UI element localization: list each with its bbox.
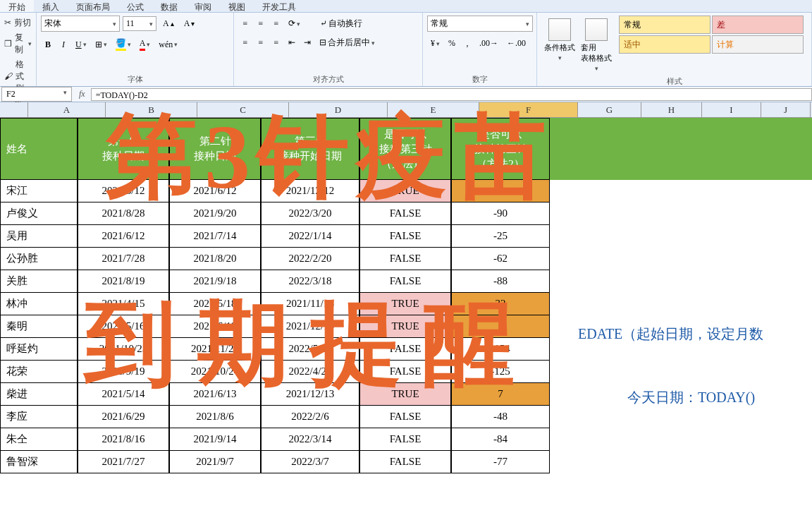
cell[interactable]: 2021/8/20 — [169, 248, 261, 270]
currency-button[interactable]: ¥▾ — [427, 36, 443, 51]
number-format-select[interactable]: 常规▾ — [427, 16, 533, 32]
table-row[interactable]: 宋江2021/5/122021/6/122021/12/12TRUE8 — [0, 180, 812, 202]
table-row[interactable]: 朱仝2021/8/162021/9/142022/3/14FALSE-84 — [0, 428, 812, 451]
cell[interactable]: -62 — [451, 248, 550, 270]
cell[interactable]: 2021/9/20 — [169, 202, 261, 225]
col-header-j[interactable]: J — [761, 102, 811, 117]
cell[interactable]: FALSE — [359, 361, 451, 383]
border-button[interactable]: ⊞▾ — [92, 36, 111, 53]
cell[interactable]: 吴用 — [0, 225, 78, 248]
tab-insert[interactable]: 插入 — [34, 0, 68, 12]
cell[interactable]: TRUE — [359, 180, 451, 202]
table-row[interactable]: 关胜2021/8/192021/9/182022/3/18FALSE-88 — [0, 270, 812, 293]
cell-styles-gallery[interactable]: 常规 差 适中 计算 — [619, 16, 804, 75]
cell[interactable]: -84 — [451, 428, 550, 451]
cell[interactable]: 秦明 — [0, 315, 78, 338]
percent-button[interactable]: % — [445, 36, 459, 51]
cell[interactable]: 卢俊义 — [0, 202, 78, 225]
cell[interactable]: 2021/11/23 — [169, 338, 261, 361]
cell[interactable]: 2021/12/12 — [261, 180, 359, 202]
align-middle-button[interactable]: ≡ — [254, 16, 268, 32]
tab-formula[interactable]: 公式 — [118, 0, 152, 12]
cell[interactable]: 8 — [451, 180, 550, 202]
cell[interactable]: 2021/12/13 — [261, 383, 359, 406]
cell[interactable]: 2021/5/12 — [78, 180, 169, 202]
indent-dec-button[interactable]: ⇤ — [285, 35, 299, 51]
cell[interactable]: 2022/1/14 — [261, 225, 359, 248]
cell[interactable]: 2022/3/18 — [261, 270, 359, 293]
table-row[interactable]: 花荣2021/9/192021/10/242022/4/24FALSE-125 — [0, 361, 812, 383]
cell[interactable]: 2022/4/24 — [261, 361, 359, 383]
cell[interactable]: -90 — [451, 202, 550, 225]
col-header-f[interactable]: F — [479, 102, 578, 117]
shrink-font-button[interactable]: A▾ — [180, 16, 199, 31]
cell[interactable]: 2021/11/18 — [261, 293, 359, 315]
style-normal[interactable]: 常规 — [619, 16, 710, 34]
cell[interactable]: 32 — [451, 293, 550, 315]
formula-input[interactable]: =TODAY()-D2 — [91, 88, 812, 101]
inc-decimal-button[interactable]: .00→ — [476, 36, 502, 51]
cell[interactable]: -88 — [451, 270, 550, 293]
cell[interactable]: 2021/5/18 — [169, 293, 261, 315]
table-row[interactable]: 卢俊义2021/8/282021/9/202022/3/20FALSE-90 — [0, 202, 812, 225]
col-header-g[interactable]: G — [578, 102, 641, 117]
align-left-button[interactable]: ≡ — [238, 35, 252, 51]
cell[interactable]: -48 — [451, 406, 550, 428]
cell[interactable]: FALSE — [359, 248, 451, 270]
cell[interactable]: 1 — [451, 315, 550, 338]
cell[interactable]: 2022/3/7 — [261, 451, 359, 473]
cell[interactable]: 李应 — [0, 406, 78, 428]
cell[interactable]: 2021/9/18 — [169, 270, 261, 293]
cell[interactable]: 2022/5/23 — [261, 338, 359, 361]
cell[interactable]: 2021/5/14 — [78, 383, 169, 406]
cell[interactable]: 2021/7/14 — [169, 225, 261, 248]
tab-review[interactable]: 审阅 — [186, 0, 220, 12]
cell[interactable]: 2021/10/24 — [169, 361, 261, 383]
cell[interactable]: 2022/3/14 — [261, 428, 359, 451]
phonetic-button[interactable]: wén▾ — [155, 36, 181, 53]
cell[interactable]: 2022/3/20 — [261, 202, 359, 225]
table-format-button[interactable]: 套用 表格格式▾ — [578, 16, 615, 75]
cell[interactable]: -125 — [451, 361, 550, 383]
col-header-h[interactable]: H — [641, 102, 702, 117]
cell[interactable]: 柴进 — [0, 383, 78, 406]
cell[interactable]: -77 — [451, 451, 550, 473]
cell[interactable]: FALSE — [359, 451, 451, 473]
cell[interactable]: TRUE — [359, 315, 451, 338]
cell[interactable]: 2021/12/19 — [261, 315, 359, 338]
cell[interactable]: 公孙胜 — [0, 248, 78, 270]
cell[interactable]: FALSE — [359, 270, 451, 293]
cut-button[interactable]: ✂剪切 — [4, 16, 32, 30]
name-box[interactable]: F2▾ — [1, 87, 72, 102]
cell[interactable]: 宋江 — [0, 180, 78, 202]
cell[interactable]: 2021/10/25 — [78, 338, 169, 361]
comma-button[interactable]: , — [460, 36, 474, 51]
italic-button[interactable]: I — [56, 36, 70, 53]
cell[interactable]: TRUE — [359, 293, 451, 315]
cell[interactable]: -25 — [451, 225, 550, 248]
tab-data[interactable]: 数据 — [152, 0, 186, 12]
table-row[interactable]: 吴用2021/6/122021/7/142022/1/14FALSE-25 — [0, 225, 812, 248]
align-center-button[interactable]: ≡ — [254, 35, 268, 51]
font-size-select[interactable]: 11▾ — [123, 16, 156, 31]
cell[interactable]: 2021/7/28 — [78, 248, 169, 270]
align-right-button[interactable]: ≡ — [269, 35, 283, 51]
style-neutral[interactable]: 适中 — [619, 35, 710, 54]
bold-button[interactable]: B — [41, 36, 55, 53]
cell[interactable]: 2021/6/12 — [169, 180, 261, 202]
cell[interactable]: 2022/2/20 — [261, 248, 359, 270]
align-top-button[interactable]: ≡ — [238, 16, 252, 32]
cell[interactable]: 7 — [451, 383, 550, 406]
merge-button[interactable]: ⊟合并后居中▾ — [316, 35, 379, 51]
select-all-corner[interactable] — [0, 102, 28, 117]
cell[interactable]: 2021/9/19 — [78, 361, 169, 383]
col-header-e[interactable]: E — [388, 102, 479, 117]
cell[interactable]: FALSE — [359, 338, 451, 361]
cell[interactable]: TRUE — [359, 383, 451, 406]
cell[interactable]: FALSE — [359, 225, 451, 248]
table-row[interactable]: 林冲2021/4/152021/5/182021/11/18TRUE32 — [0, 293, 812, 315]
col-header-b[interactable]: B — [106, 102, 197, 117]
fx-icon[interactable]: fx — [73, 89, 91, 99]
col-header-i[interactable]: I — [702, 102, 761, 117]
tab-view[interactable]: 视图 — [220, 0, 254, 12]
